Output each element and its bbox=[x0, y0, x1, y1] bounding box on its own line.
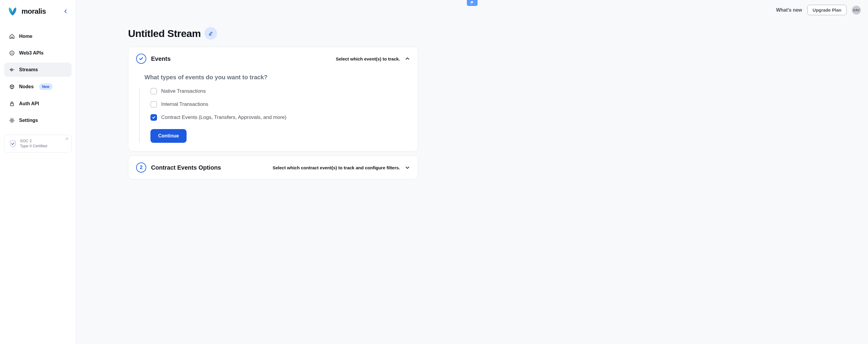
checkbox-contract-events[interactable]: Contract Events (Logs, Transfers, Approv… bbox=[150, 114, 410, 121]
chevron-up-icon bbox=[405, 56, 410, 61]
svg-rect-2 bbox=[10, 103, 13, 106]
sidebar-item-web3-apis[interactable]: 3 Web3 APIs bbox=[4, 46, 72, 60]
edit-title-button[interactable] bbox=[205, 27, 217, 40]
logo-icon bbox=[6, 5, 19, 17]
topbar: What's new Upgrade Plan DAV bbox=[76, 0, 868, 15]
checkbox-box bbox=[150, 88, 157, 95]
soc2-card[interactable]: SOC 2 Type II Certified bbox=[4, 135, 72, 152]
logo-row: moralis bbox=[4, 5, 72, 17]
streams-icon bbox=[9, 67, 15, 73]
gear-icon bbox=[9, 117, 15, 124]
events-question: What types of events do you want to trac… bbox=[145, 74, 410, 81]
events-card: Events Select which event(s) to track. W… bbox=[128, 47, 418, 151]
title-row: Untitled Stream bbox=[128, 27, 418, 40]
home-icon bbox=[9, 33, 15, 39]
whats-new-link[interactable]: What's new bbox=[776, 7, 802, 13]
sidebar: moralis Home 3 Web3 APIs bbox=[0, 0, 76, 344]
checkbox-box bbox=[150, 101, 157, 108]
sidebar-item-label: Home bbox=[19, 34, 32, 39]
sidebar-item-home[interactable]: Home bbox=[4, 29, 72, 43]
shield-icon bbox=[9, 139, 17, 148]
events-card-header[interactable]: Events Select which event(s) to track. bbox=[128, 47, 418, 70]
chevron-down-icon bbox=[405, 165, 410, 170]
sidebar-item-label: Auth API bbox=[19, 101, 39, 106]
external-link-icon bbox=[65, 137, 68, 141]
step-complete-badge bbox=[136, 54, 146, 64]
contract-options-card: 2 Contract Events Options Select which c… bbox=[128, 156, 418, 179]
sidebar-item-streams[interactable]: Streams bbox=[4, 63, 72, 77]
page-title: Untitled Stream bbox=[128, 28, 201, 39]
step-number: 2 bbox=[140, 165, 143, 171]
check-icon bbox=[152, 115, 156, 119]
sidebar-item-label: Streams bbox=[19, 67, 38, 72]
sidebar-item-settings[interactable]: Settings bbox=[4, 113, 72, 128]
soc2-line2: Type II Certified bbox=[20, 144, 47, 149]
contract-options-title: Contract Events Options bbox=[151, 164, 221, 171]
checkbox-native-transactions[interactable]: Native Transactions bbox=[150, 88, 410, 95]
flag-pill[interactable] bbox=[467, 0, 477, 6]
checkbox-box bbox=[150, 114, 157, 121]
continue-button[interactable]: Continue bbox=[150, 129, 187, 143]
check-icon bbox=[138, 56, 144, 61]
sidebar-item-nodes[interactable]: Nodes New bbox=[4, 79, 72, 94]
checkbox-label: Native Transactions bbox=[161, 88, 206, 94]
main: What's new Upgrade Plan DAV Untitled Str… bbox=[76, 0, 868, 344]
api-icon: 3 bbox=[9, 50, 15, 56]
sidebar-item-label: Nodes bbox=[19, 84, 34, 90]
sidebar-item-auth-api[interactable]: Auth API bbox=[4, 97, 72, 111]
checkbox-internal-transactions[interactable]: Internal Transactions bbox=[150, 101, 410, 108]
content: Untitled Stream Events Select which even… bbox=[121, 15, 425, 196]
events-title: Events bbox=[151, 56, 171, 62]
soc2-line1: SOC 2 bbox=[20, 139, 47, 144]
new-badge: New bbox=[39, 83, 53, 90]
nodes-icon bbox=[9, 84, 15, 90]
svg-text:3: 3 bbox=[11, 52, 13, 55]
nav: Home 3 Web3 APIs Streams Nodes New bbox=[4, 29, 72, 128]
collapse-sidebar-button[interactable] bbox=[62, 8, 69, 15]
step-badge: 2 bbox=[136, 163, 146, 173]
sidebar-item-label: Web3 APIs bbox=[19, 50, 43, 56]
avatar[interactable]: DAV bbox=[852, 6, 861, 14]
events-options: Native Transactions Internal Transaction… bbox=[139, 88, 410, 143]
lock-icon bbox=[9, 101, 15, 107]
upgrade-plan-button[interactable]: Upgrade Plan bbox=[807, 5, 846, 15]
checkbox-label: Internal Transactions bbox=[161, 101, 208, 107]
chevron-left-icon bbox=[64, 9, 67, 13]
sidebar-item-label: Settings bbox=[19, 118, 38, 123]
flag-icon bbox=[470, 1, 474, 5]
contract-options-header[interactable]: 2 Contract Events Options Select which c… bbox=[128, 156, 418, 179]
contract-options-subtitle: Select which contract event(s) to track … bbox=[273, 165, 400, 170]
events-card-body: What types of events do you want to trac… bbox=[128, 74, 418, 151]
events-subtitle: Select which event(s) to track. bbox=[336, 56, 400, 61]
checkbox-label: Contract Events (Logs, Transfers, Approv… bbox=[161, 114, 286, 121]
edit-icon bbox=[208, 31, 213, 36]
logo[interactable]: moralis bbox=[6, 5, 46, 17]
logo-text: moralis bbox=[22, 7, 46, 15]
soc2-text: SOC 2 Type II Certified bbox=[20, 139, 47, 149]
svg-point-3 bbox=[11, 119, 13, 121]
